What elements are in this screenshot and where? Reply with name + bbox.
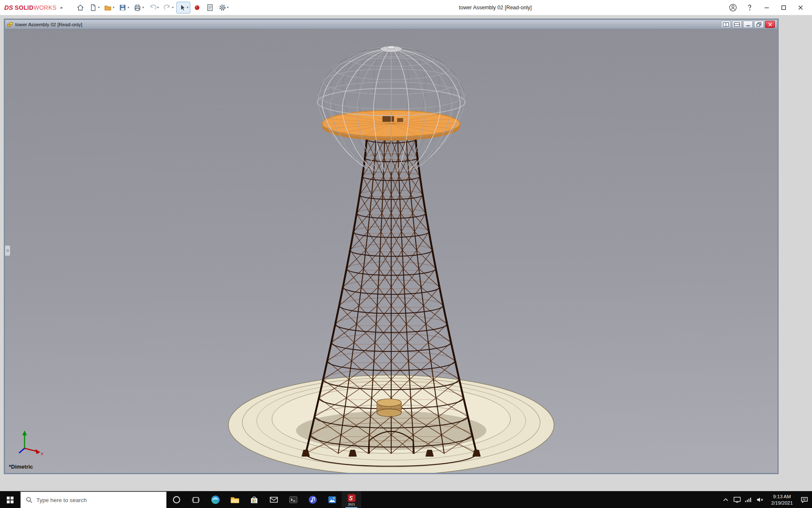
print-icon <box>133 3 142 12</box>
workspace-area: tower Assembly 02 [Read-only] <box>0 15 812 491</box>
open-button[interactable]: ▾ <box>102 2 116 14</box>
action-center-button[interactable] <box>798 491 810 508</box>
save-button[interactable]: ▾ <box>117 2 131 14</box>
taskbar-app-media-player[interactable] <box>303 491 322 508</box>
select-arrow-icon <box>178 3 187 12</box>
account-icon <box>729 3 737 12</box>
dropdown-caret-icon[interactable]: ▾ <box>187 6 189 9</box>
taskbar-clock[interactable]: 9:13 AM 2/19/2021 <box>765 494 798 506</box>
display-tray-button[interactable] <box>731 491 743 508</box>
cortana-button[interactable] <box>167 491 186 508</box>
account-button[interactable] <box>728 3 738 12</box>
document-title: tower Assembly 02 [Read-only] <box>15 22 82 27</box>
taskbar-app-mail[interactable] <box>264 491 283 508</box>
app-window: DS SOLID WORKS ► ▾ ▾ ▾ ▾ <box>0 0 812 508</box>
media-player-icon <box>308 495 318 505</box>
home-button[interactable] <box>74 2 86 14</box>
svg-text:x: x <box>41 451 43 456</box>
cortana-icon <box>173 496 180 503</box>
close-icon <box>798 5 804 11</box>
clock-date: 2/19/2021 <box>765 500 798 506</box>
home-icon <box>76 3 85 12</box>
taskbar-search[interactable]: Type here to search <box>20 491 167 508</box>
solidworks-logo: DS SOLID WORKS <box>4 4 57 11</box>
tile-horizontal-button[interactable] <box>732 21 742 28</box>
taskbar-spacer <box>361 491 720 508</box>
taskbar-app-terminal[interactable] <box>283 491 303 508</box>
notification-icon <box>801 497 808 503</box>
tower-3d-model[interactable]: x <box>5 29 777 473</box>
open-folder-icon <box>104 3 112 12</box>
maximize-icon <box>781 5 787 11</box>
dropdown-caret-icon[interactable]: ▾ <box>98 6 99 9</box>
file-explorer-icon <box>230 495 240 505</box>
tile-vertical-icon <box>723 22 729 27</box>
new-document-button[interactable]: ▾ <box>87 2 101 14</box>
view-orientation-label: *Dimetric <box>9 464 33 470</box>
mail-icon <box>269 495 279 505</box>
taskbar-app-edge[interactable] <box>206 491 225 508</box>
app-titlebar: DS SOLID WORKS ► ▾ ▾ ▾ ▾ <box>0 0 812 15</box>
volume-muted-icon <box>756 497 764 503</box>
taskbar-app-photos[interactable] <box>322 491 342 508</box>
solidworks-version-badge: 2021 <box>348 503 355 506</box>
taskbar-app-store[interactable] <box>244 491 264 508</box>
undo-button[interactable]: ▾ <box>147 2 161 14</box>
hidden-icons-button[interactable] <box>720 491 731 508</box>
options-button[interactable]: ▾ <box>217 2 230 14</box>
network-tray-button[interactable] <box>743 491 754 508</box>
brand-works: WORKS <box>33 4 56 11</box>
graphics-viewport[interactable]: x *Dimetric <box>5 29 777 473</box>
dropdown-caret-icon[interactable]: ▾ <box>112 6 114 9</box>
select-tool-button[interactable]: ▾ <box>176 2 190 14</box>
dropdown-caret-icon[interactable]: ▾ <box>172 6 174 9</box>
dropdown-caret-icon[interactable]: ▾ <box>227 6 229 9</box>
minimize-button[interactable] <box>762 3 771 12</box>
taskbar-app-solidworks[interactable]: 2021 <box>342 491 361 508</box>
chevron-up-icon <box>723 497 729 502</box>
print-button[interactable]: ▾ <box>132 2 145 14</box>
start-button[interactable] <box>0 491 20 508</box>
document-titlebar[interactable]: tower Assembly 02 [Read-only] <box>5 20 777 29</box>
dropdown-caret-icon[interactable]: ▾ <box>157 6 159 9</box>
tile-vertical-button[interactable] <box>721 21 731 28</box>
design-checker-button[interactable] <box>204 2 216 14</box>
app-window-controls <box>728 3 812 12</box>
solidworks-icon <box>347 494 356 502</box>
gear-icon <box>218 3 227 12</box>
new-document-icon <box>89 3 97 12</box>
redo-button[interactable]: ▾ <box>162 2 176 14</box>
search-icon <box>26 497 33 503</box>
report-icon <box>206 3 214 12</box>
doc-minimize-button[interactable] <box>743 21 753 28</box>
task-view-button[interactable] <box>186 491 206 508</box>
document-window-controls <box>721 21 776 28</box>
dropdown-caret-icon[interactable]: ▾ <box>127 6 129 9</box>
render-tools-button[interactable] <box>191 2 203 14</box>
ds-logo-mark: DS <box>4 4 13 11</box>
store-icon <box>250 495 259 505</box>
network-icon <box>745 497 752 503</box>
restore-icon <box>756 22 762 27</box>
display-icon <box>733 497 741 503</box>
undo-icon <box>148 3 157 12</box>
close-icon <box>768 22 773 27</box>
feature-manager-tab-icon <box>6 249 9 252</box>
save-icon <box>118 3 127 12</box>
clock-time: 9:13 AM <box>765 494 798 500</box>
close-button[interactable] <box>796 3 805 12</box>
feature-manager-tab[interactable] <box>5 245 11 256</box>
menu-expand-arrow-icon[interactable]: ► <box>60 6 64 10</box>
maximize-button[interactable] <box>779 3 788 12</box>
task-view-icon <box>192 496 200 504</box>
dropdown-caret-icon[interactable]: ▾ <box>142 6 144 9</box>
taskbar-app-file-explorer[interactable] <box>225 491 244 508</box>
help-button[interactable] <box>745 3 754 12</box>
edge-icon <box>211 495 220 505</box>
doc-close-button[interactable] <box>765 21 775 28</box>
volume-tray-button[interactable] <box>754 491 765 508</box>
terminal-icon <box>288 495 298 505</box>
doc-restore-button[interactable] <box>754 21 764 28</box>
photos-icon <box>327 495 337 505</box>
app-title: tower Assembly 02 [Read-only] <box>459 5 532 11</box>
